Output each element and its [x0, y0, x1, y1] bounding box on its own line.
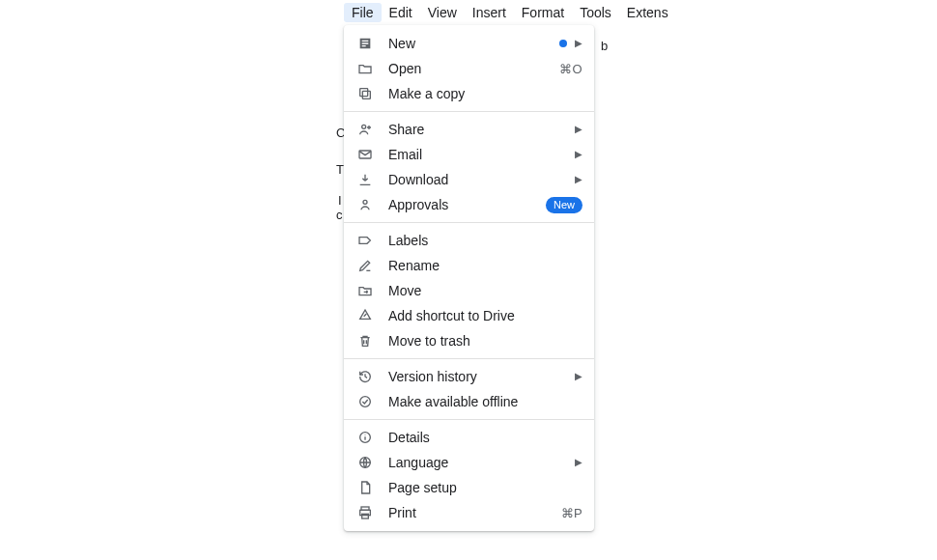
menu-label: Add shortcut to Drive	[388, 308, 582, 323]
menu-approvals[interactable]: Approvals New	[344, 192, 594, 217]
file-menu: New ▶ Open ⌘O Make a copy Share ▶ Email	[344, 25, 594, 531]
menu-add-shortcut[interactable]: Add shortcut to Drive	[344, 303, 594, 328]
menu-label: Version history	[388, 369, 575, 384]
menubar-format[interactable]: Format	[514, 3, 572, 22]
menu-page-setup[interactable]: Page setup	[344, 475, 594, 500]
menu-label: Share	[388, 122, 575, 137]
copy-icon	[355, 84, 375, 103]
menu-divider	[344, 358, 594, 359]
menu-label: Details	[388, 430, 582, 445]
menu-label: Open	[388, 61, 559, 76]
chevron-right-icon: ▶	[575, 39, 582, 48]
svg-rect-1	[360, 89, 368, 97]
menu-label: Move	[388, 283, 582, 298]
menubar-view[interactable]: View	[420, 3, 465, 22]
menu-trash[interactable]: Move to trash	[344, 328, 594, 353]
menu-label: Page setup	[388, 480, 582, 495]
menubar-extensions[interactable]: Extens	[619, 3, 676, 22]
menu-download[interactable]: Download ▶	[344, 167, 594, 192]
chevron-right-icon: ▶	[575, 372, 582, 381]
menubar-insert[interactable]: Insert	[465, 3, 514, 22]
menu-divider	[344, 222, 594, 223]
offline-icon	[355, 392, 375, 411]
menubar-edit[interactable]: Edit	[382, 3, 420, 22]
bg-char: c	[336, 208, 343, 222]
menu-divider	[344, 419, 594, 420]
svg-point-5	[360, 397, 371, 407]
menu-version-history[interactable]: Version history ▶	[344, 364, 594, 389]
menu-details[interactable]: Details	[344, 425, 594, 450]
menu-label: Make a copy	[388, 86, 582, 101]
trash-icon	[355, 331, 375, 350]
menu-offline[interactable]: Make available offline	[344, 389, 594, 414]
folder-move-icon	[355, 281, 375, 300]
chevron-right-icon: ▶	[575, 458, 582, 467]
menu-language[interactable]: Language ▶	[344, 450, 594, 475]
menubar: File Edit View Insert Format Tools Exten…	[344, 2, 676, 23]
pencil-icon	[355, 256, 375, 275]
person-plus-icon	[355, 120, 375, 139]
menu-divider	[344, 111, 594, 112]
folder-icon	[355, 59, 375, 78]
bg-char: T	[336, 162, 344, 177]
shortcut: ⌘O	[559, 62, 582, 76]
history-icon	[355, 367, 375, 386]
page-icon	[355, 478, 375, 497]
shortcut: ⌘P	[561, 506, 582, 520]
menu-label: New	[388, 36, 559, 51]
svg-point-2	[362, 125, 366, 128]
document-icon	[355, 34, 375, 53]
svg-point-4	[363, 200, 367, 204]
new-badge: New	[546, 197, 582, 213]
download-icon	[355, 170, 375, 189]
menu-new[interactable]: New ▶	[344, 31, 594, 56]
menu-labels[interactable]: Labels	[344, 228, 594, 253]
email-icon	[355, 145, 375, 164]
menu-label: Approvals	[388, 197, 546, 212]
chevron-right-icon: ▶	[575, 175, 582, 184]
blue-dot-icon	[559, 40, 567, 47]
menu-label: Move to trash	[388, 333, 582, 349]
info-icon	[355, 428, 375, 447]
menu-label: Language	[388, 455, 575, 470]
menu-print[interactable]: Print ⌘P	[344, 500, 594, 525]
menu-label: Rename	[388, 258, 582, 273]
menu-label: Email	[388, 147, 575, 162]
menubar-tools[interactable]: Tools	[572, 3, 619, 22]
globe-icon	[355, 453, 375, 472]
menubar-file[interactable]: File	[344, 3, 382, 22]
menu-email[interactable]: Email ▶	[344, 142, 594, 167]
print-icon	[355, 503, 375, 522]
menu-label: Make available offline	[388, 394, 582, 409]
menu-label: Print	[388, 505, 561, 520]
person-check-icon	[355, 195, 375, 214]
label-icon	[355, 231, 375, 250]
menu-move[interactable]: Move	[344, 278, 594, 303]
menu-label: Labels	[388, 233, 582, 248]
menu-make-copy[interactable]: Make a copy	[344, 81, 594, 106]
bg-char: b	[601, 39, 608, 53]
bg-char: I	[338, 193, 342, 208]
menu-label: Download	[388, 172, 575, 187]
chevron-right-icon: ▶	[575, 150, 582, 159]
drive-shortcut-icon	[355, 306, 375, 325]
svg-rect-0	[362, 91, 370, 98]
menu-share[interactable]: Share ▶	[344, 117, 594, 142]
chevron-right-icon: ▶	[575, 125, 582, 134]
menu-open[interactable]: Open ⌘O	[344, 56, 594, 81]
menu-rename[interactable]: Rename	[344, 253, 594, 278]
